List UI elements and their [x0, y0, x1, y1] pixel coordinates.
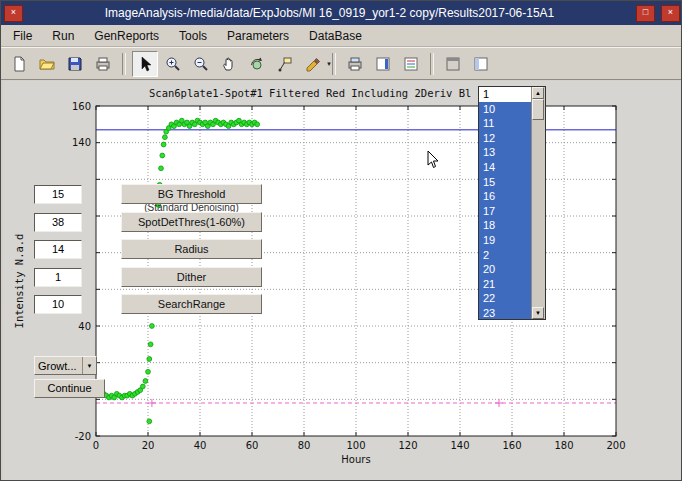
minimize-button[interactable]: □ — [636, 5, 655, 22]
growth-intensity-point — [160, 153, 165, 158]
x-tick-label: 160 — [502, 440, 521, 451]
dither-button[interactable]: Dither — [121, 267, 262, 287]
zoom-in-icon[interactable] — [160, 51, 186, 77]
window-title: ImageAnalysis-/media/data/ExpJobs/MI 16_… — [26, 6, 633, 20]
x-tick-label: 180 — [554, 440, 573, 451]
x-tick-label: 120 — [398, 440, 417, 451]
list-item-22[interactable]: 22 — [479, 291, 532, 306]
figure-palette-icon[interactable] — [440, 51, 466, 77]
x-tick-label: 100 — [346, 440, 365, 451]
list-item-2[interactable]: 2 — [479, 248, 532, 263]
list-item-13[interactable]: 13 — [479, 145, 532, 160]
list-item-20[interactable]: 20 — [479, 262, 532, 277]
y-axis-label: Intensity N.a.d — [13, 234, 25, 329]
x-tick-label: 40 — [194, 440, 207, 451]
chevron-down-icon[interactable]: ▼ — [326, 61, 332, 67]
growth-popup[interactable]: Growt... ▼ — [34, 356, 97, 375]
dropdown-items: 110111213141516171819220212223 — [479, 87, 532, 319]
zoom-out-icon[interactable] — [188, 51, 214, 77]
x-tick-label: 200 — [606, 440, 625, 451]
legend-icon[interactable] — [398, 51, 424, 77]
list-item-23[interactable]: 23 — [479, 306, 532, 320]
chevron-down-icon[interactable]: ▼ — [82, 357, 96, 374]
radius-input[interactable]: 14 — [34, 240, 82, 259]
toolbar-separator — [430, 53, 434, 75]
spotdetthres-input[interactable]: 38 — [34, 213, 82, 232]
menu-item-parameters[interactable]: Parameters — [217, 26, 299, 46]
x-tick-label: 60 — [246, 440, 259, 451]
colorbar-icon[interactable] — [370, 51, 396, 77]
x-tick-label: 140 — [450, 440, 469, 451]
bg-threshold-button[interactable]: BG Threshold — [121, 184, 262, 204]
menu-item-tools[interactable]: Tools — [169, 26, 217, 46]
dither-input[interactable]: 1 — [34, 268, 82, 287]
list-item-10[interactable]: 10 — [479, 102, 532, 117]
list-item-14[interactable]: 14 — [479, 160, 532, 175]
menu-bar: FileRunGenReportsToolsParametersDataBase — [1, 25, 682, 47]
growth-intensity-point — [143, 379, 148, 384]
toolbar-separator — [332, 53, 336, 75]
list-item-15[interactable]: 15 — [479, 175, 532, 190]
print-icon[interactable] — [90, 51, 116, 77]
value-dropdown-list: 110111213141516171819220212223 ▲ ▼ — [478, 86, 546, 320]
growth-intensity-point — [255, 122, 260, 127]
new-file-icon[interactable] — [6, 51, 32, 77]
continue-button[interactable]: Continue — [34, 379, 105, 398]
brush-icon[interactable]: ▼ — [300, 51, 326, 77]
growth-plot: 02040608010012014016018020016014040-20Sc… — [1, 81, 682, 481]
list-item-11[interactable]: 11 — [479, 116, 532, 131]
list-item-16[interactable]: 16 — [479, 189, 532, 204]
plot-title: Scan6plate1-Spot#1 Filtered Red Includin… — [149, 87, 471, 99]
menu-item-file[interactable]: File — [3, 26, 42, 46]
list-item-18[interactable]: 18 — [479, 218, 532, 233]
list-item-12[interactable]: 12 — [479, 131, 532, 146]
open-folder-icon[interactable] — [34, 51, 60, 77]
window-menu-button[interactable]: × — [4, 5, 23, 22]
searchrange-button[interactable]: SearchRange — [121, 294, 262, 314]
growth-intensity-point — [146, 369, 151, 374]
bg-threshold-input[interactable]: 15 — [34, 185, 82, 204]
menu-item-run[interactable]: Run — [42, 26, 84, 46]
growth-intensity-point — [161, 142, 166, 147]
data-cursor-icon[interactable] — [272, 51, 298, 77]
app-window: { "window": { "title": "ImageAnalysis-/m… — [0, 0, 682, 481]
pan-icon[interactable] — [216, 51, 242, 77]
scroll-up-icon[interactable]: ▲ — [532, 87, 544, 99]
growth-intensity-point — [159, 166, 164, 171]
scroll-down-icon[interactable]: ▼ — [532, 307, 544, 319]
scrollbar-thumb[interactable] — [532, 99, 544, 120]
searchrange-input[interactable]: 10 — [34, 295, 82, 314]
growth-intensity-point — [147, 357, 152, 362]
list-item-17[interactable]: 17 — [479, 204, 532, 219]
plot-browser-icon[interactable] — [468, 51, 494, 77]
list-item-21[interactable]: 21 — [479, 277, 532, 292]
menu-item-database[interactable]: DataBase — [299, 26, 372, 46]
toolbar-separator — [122, 53, 126, 75]
save-icon[interactable] — [62, 51, 88, 77]
growth-intensity-point — [163, 135, 168, 140]
rotate-3d-icon[interactable] — [244, 51, 270, 77]
print-figure-icon[interactable] — [342, 51, 368, 77]
mouse-cursor — [427, 150, 441, 170]
title-bar: × ImageAnalysis-/media/data/ExpJobs/MI 1… — [1, 1, 682, 25]
growth-intensity-point — [150, 324, 155, 329]
pointer-icon[interactable] — [132, 51, 158, 77]
menu-item-genreports[interactable]: GenReports — [84, 26, 169, 46]
growth-intensity-point — [147, 419, 152, 424]
radius-button[interactable]: Radius — [121, 239, 262, 259]
dropdown-scrollbar[interactable]: ▲ ▼ — [531, 87, 545, 319]
list-item-1[interactable]: 1 — [479, 87, 532, 102]
growth-popup-label: Growt... — [35, 360, 82, 372]
spotdetthres-button[interactable]: SpotDetThres(1-60%) — [121, 212, 262, 232]
growth-intensity-point — [140, 384, 145, 389]
y-tick-label: 40 — [78, 321, 91, 332]
y-tick-label: -20 — [75, 431, 91, 442]
close-button[interactable]: × — [661, 5, 680, 22]
list-item-19[interactable]: 19 — [479, 233, 532, 248]
toolbar: ▼ — [1, 47, 682, 80]
y-tick-label: 160 — [72, 101, 91, 112]
x-tick-label: 20 — [142, 440, 155, 451]
x-tick-label: 0 — [93, 440, 99, 451]
x-tick-label: 80 — [298, 440, 311, 451]
y-tick-label: 140 — [72, 137, 91, 148]
